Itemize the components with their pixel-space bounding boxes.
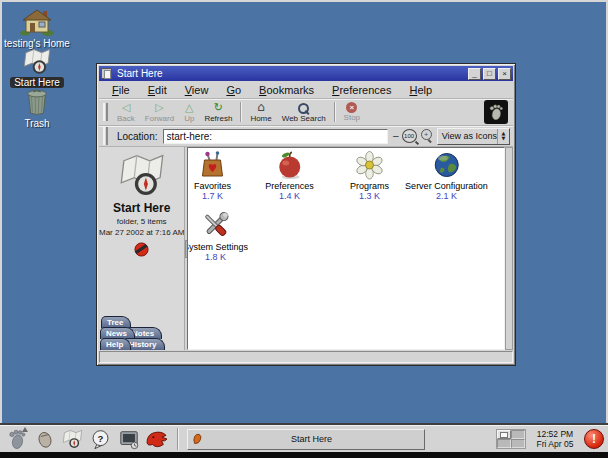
maximize-button[interactable]: □: [483, 68, 496, 80]
zoom-level-indicator[interactable]: 100: [402, 129, 417, 143]
location-input[interactable]: [163, 129, 389, 144]
close-button[interactable]: ×: [498, 68, 511, 80]
task-button-label: Start Here: [203, 434, 420, 444]
workspace-pager[interactable]: [496, 429, 526, 449]
window-menu-icon[interactable]: [101, 68, 112, 79]
file-server-configuration[interactable]: Server Configuration 2.1 K: [405, 150, 488, 201]
help-launcher[interactable]: ?: [88, 427, 113, 451]
trash-icon: [25, 88, 49, 116]
zoom-in-icon[interactable]: [420, 130, 432, 142]
vertical-scrollbar[interactable]: [505, 147, 513, 350]
desktop: testing's Home Start Here Trash Start He…: [0, 0, 608, 458]
start-here-launcher[interactable]: [60, 427, 85, 451]
throbber-gnome-logo: [484, 100, 508, 124]
panel-right-tray: 12:52 PM Fri Apr 05 !: [496, 429, 604, 449]
zoom-out-icon[interactable]: –: [393, 131, 399, 141]
location-bar: Location: – 100 View as Icons ▲▼: [99, 126, 513, 147]
menu-file[interactable]: File: [103, 82, 139, 98]
svg-text:?: ?: [98, 433, 104, 444]
file-size: 1.3 K: [350, 191, 389, 201]
icon-view[interactable]: Favorites 1.7 K Preferences 1.4 K: [187, 147, 505, 350]
window-body: Start Here folder, 5 items Mar 27 2002 a…: [99, 147, 513, 350]
location-label: Location:: [117, 131, 158, 142]
redhat-emblem-icon: [134, 242, 149, 257]
mozilla-launcher[interactable]: [144, 427, 169, 451]
task-window-icon: [192, 432, 203, 446]
toolbar-grip[interactable]: [103, 103, 108, 121]
clock-applet[interactable]: 12:52 PM Fri Apr 05: [531, 429, 579, 449]
task-button-start-here[interactable]: Start Here: [187, 429, 425, 450]
file-size: 1.7 K: [194, 191, 231, 201]
desktop-icon-label: Trash: [24, 118, 49, 129]
start-here-sidebar-icon: [115, 153, 169, 197]
tab-help[interactable]: Help: [100, 338, 131, 350]
menu-help[interactable]: Help: [400, 82, 441, 98]
gnome-panel: ? Start Here: [0, 425, 608, 452]
window-title: Start Here: [115, 68, 163, 79]
apple-icon: [274, 150, 304, 180]
file-size: 1.8 K: [187, 252, 248, 262]
forward-button[interactable]: ▷ Forward: [140, 101, 179, 123]
workspace-3[interactable]: [497, 439, 511, 448]
view-mode-spinner-icon[interactable]: ▲▼: [497, 129, 509, 144]
workspace-4[interactable]: [511, 439, 525, 448]
desktop-icon-home[interactable]: testing's Home: [4, 6, 70, 49]
up-icon: △: [185, 101, 193, 114]
home-icon: [19, 6, 55, 36]
window-controls: _ □ ×: [468, 68, 511, 80]
workspace-1[interactable]: [497, 430, 511, 439]
start-here-icon: [61, 429, 84, 449]
desktop-icon-trash[interactable]: Trash: [4, 88, 70, 129]
file-manager-window: Start Here _ □ × File Edit View Go Bookm…: [96, 63, 516, 366]
refresh-icon: ↻: [214, 101, 223, 114]
status-bar: [99, 351, 513, 363]
help-icon: ?: [90, 428, 111, 450]
view-mode-value: View as Icons: [438, 131, 497, 141]
desktop-icon-label: Start Here: [10, 77, 64, 88]
toolbar-separator: [334, 102, 336, 122]
home-button[interactable]: ⌂ Home: [245, 101, 276, 123]
workspace-2[interactable]: [511, 430, 525, 439]
screen-bottom-edge: [0, 452, 608, 458]
menu-view[interactable]: View: [176, 82, 218, 98]
menu-go[interactable]: Go: [217, 82, 250, 98]
forward-icon: ▷: [155, 101, 163, 114]
sidebar-title: Start Here: [113, 201, 170, 215]
sidebar-tabs: Tree Notes News History Help: [99, 316, 184, 350]
menu-edit[interactable]: Edit: [139, 82, 176, 98]
file-preferences[interactable]: Preferences 1.4 K: [265, 150, 314, 201]
stop-button[interactable]: × Stop: [339, 102, 365, 122]
file-programs[interactable]: Programs 1.3 K: [350, 150, 389, 201]
location-bar-grip[interactable]: [103, 127, 108, 145]
menu-bookmarks[interactable]: Bookmarks: [250, 82, 323, 98]
clock-time: 12:52 PM: [531, 429, 579, 439]
toolbar: ◁ Back ▷ Forward △ Up ↻ Refresh ⌂ Home: [99, 99, 513, 126]
mouse-launcher[interactable]: [32, 427, 57, 451]
minimize-button[interactable]: _: [468, 68, 481, 80]
menu-preferences[interactable]: Preferences: [323, 82, 400, 98]
home-icon: ⌂: [257, 101, 265, 114]
main-menu-button[interactable]: [4, 427, 29, 451]
back-icon: ◁: [122, 101, 130, 114]
back-button[interactable]: ◁ Back: [112, 101, 140, 123]
clock-date: Fri Apr 05: [531, 439, 579, 449]
rhn-alert-icon[interactable]: !: [584, 429, 604, 449]
up-button[interactable]: △ Up: [179, 101, 199, 123]
zoom-control: – 100: [393, 129, 432, 143]
file-favorites[interactable]: Favorites 1.7 K: [194, 150, 231, 201]
menu-bar: File Edit View Go Bookmarks Preferences …: [99, 81, 513, 99]
menu-arrow-icon: [22, 427, 28, 432]
sidebar-modified-date: Mar 27 2002 at 7:16 AM: [99, 228, 184, 237]
file-size: 1.4 K: [265, 191, 314, 201]
terminal-launcher[interactable]: [116, 427, 141, 451]
view-mode-select[interactable]: View as Icons ▲▼: [437, 128, 510, 145]
stop-icon: ×: [346, 102, 357, 113]
mozilla-icon: [145, 429, 169, 449]
web-search-button[interactable]: Web Search: [277, 102, 331, 123]
sidebar: Start Here folder, 5 items Mar 27 2002 a…: [99, 147, 184, 350]
terminal-icon: [118, 428, 140, 450]
file-system-settings[interactable]: System Settings 1.8 K: [187, 209, 248, 262]
desktop-icon-start-here[interactable]: Start Here: [4, 48, 70, 88]
titlebar[interactable]: Start Here _ □ ×: [99, 66, 513, 81]
refresh-button[interactable]: ↻ Refresh: [199, 101, 237, 123]
